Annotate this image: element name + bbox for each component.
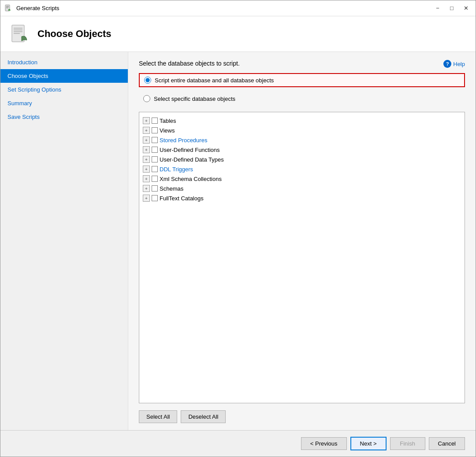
tree-button-row: Select All Deselect All: [128, 403, 476, 430]
label-ddl-triggers: DDL Triggers: [160, 166, 193, 173]
tree-item-schemas[interactable]: + Schemas: [141, 184, 463, 193]
header-icon: [9, 23, 30, 44]
checkbox-ddl-triggers[interactable]: [152, 166, 158, 172]
sidebar-item-choose-objects[interactable]: Choose Objects: [0, 69, 128, 83]
radio-select-specific-input[interactable]: [143, 95, 150, 102]
title-bar-controls: − □ ✕: [431, 4, 472, 13]
cancel-button[interactable]: Cancel: [429, 437, 465, 450]
radio-section: Script entire database and all database …: [128, 73, 476, 112]
previous-button[interactable]: < Previous: [301, 437, 347, 450]
app-icon: [4, 4, 13, 13]
finish-button[interactable]: Finish: [390, 437, 425, 450]
tree-item-xml-schema[interactable]: + Xml Schema Collections: [141, 174, 463, 184]
radio-script-entire-label: Script entire database and all database …: [155, 77, 274, 84]
title-bar-left: Generate Scripts: [4, 4, 60, 13]
label-udf: User-Defined Functions: [160, 147, 220, 153]
tree-item-fulltext-catalogs[interactable]: + FullText Catalogs: [141, 193, 463, 203]
checkbox-xml-schema[interactable]: [152, 176, 158, 182]
radio-select-specific[interactable]: Select specific database objects: [139, 92, 465, 105]
checkbox-views[interactable]: [152, 127, 158, 133]
label-xml-schema: Xml Schema Collections: [160, 176, 222, 182]
checkbox-uddt[interactable]: [152, 156, 158, 162]
label-fulltext-catalogs: FullText Catalogs: [160, 195, 204, 202]
radio-script-entire-input[interactable]: [144, 77, 151, 84]
minimize-button[interactable]: −: [431, 4, 444, 13]
expand-ddl-triggers[interactable]: +: [143, 166, 150, 173]
radio-script-entire[interactable]: Script entire database and all database …: [139, 73, 465, 87]
title-bar: Generate Scripts − □ ✕: [0, 0, 476, 16]
expand-fulltext-catalogs[interactable]: +: [143, 195, 150, 202]
checkbox-stored-procedures[interactable]: [152, 137, 158, 143]
help-icon: ?: [443, 60, 451, 68]
tree-item-uddt[interactable]: + User-Defined Data Types: [141, 155, 463, 164]
tree-item-ddl-triggers[interactable]: + DDL Triggers: [141, 164, 463, 174]
next-button[interactable]: Next >: [350, 437, 387, 450]
label-uddt: User-Defined Data Types: [160, 156, 224, 163]
page-title: Choose Objects: [37, 28, 111, 40]
sidebar-item-summary[interactable]: Summary: [0, 96, 128, 110]
expand-udf[interactable]: +: [143, 146, 150, 153]
expand-xml-schema[interactable]: +: [143, 175, 150, 182]
label-tables: Tables: [160, 118, 176, 124]
checkbox-fulltext-catalogs[interactable]: [152, 195, 158, 201]
radio-select-specific-label: Select specific database objects: [154, 96, 235, 102]
expand-schemas[interactable]: +: [143, 185, 150, 192]
window-title: Generate Scripts: [16, 5, 60, 11]
main-panel: Select the database objects to script. ?…: [128, 52, 476, 430]
close-button[interactable]: ✕: [460, 4, 472, 13]
content-area: Introduction Choose Objects Set Scriptin…: [0, 52, 476, 430]
sidebar-item-introduction[interactable]: Introduction: [0, 55, 128, 69]
expand-stored-procedures[interactable]: +: [143, 136, 150, 144]
tree-item-udf[interactable]: + User-Defined Functions: [141, 145, 463, 155]
deselect-all-button[interactable]: Deselect All: [181, 410, 226, 423]
object-tree: + Tables + Views + Stored Procedures +: [139, 112, 465, 403]
checkbox-schemas[interactable]: [152, 185, 158, 192]
sidebar-item-save-scripts[interactable]: Save Scripts: [0, 110, 128, 124]
page-header: Choose Objects: [0, 16, 476, 52]
sidebar-item-set-scripting-options[interactable]: Set Scripting Options: [0, 83, 128, 96]
label-stored-procedures: Stored Procedures: [160, 137, 207, 144]
checkbox-tables[interactable]: [152, 118, 158, 124]
restore-button[interactable]: □: [446, 4, 458, 13]
main-instruction: Select the database objects to script.: [139, 60, 240, 67]
main-window: Generate Scripts − □ ✕ Choose Objects In…: [0, 0, 476, 457]
help-link[interactable]: ? Help: [443, 60, 465, 68]
footer: < Previous Next > Finish Cancel: [0, 430, 476, 457]
help-label: Help: [453, 61, 465, 67]
expand-tables[interactable]: +: [143, 117, 150, 124]
checkbox-udf[interactable]: [152, 147, 158, 153]
sidebar: Introduction Choose Objects Set Scriptin…: [0, 52, 128, 430]
tree-item-tables[interactable]: + Tables: [141, 116, 463, 125]
label-schemas: Schemas: [160, 185, 183, 192]
tree-item-views[interactable]: + Views: [141, 125, 463, 135]
main-header: Select the database objects to script. ?…: [128, 52, 476, 73]
tree-item-stored-procedures[interactable]: + Stored Procedures: [141, 135, 463, 145]
expand-views[interactable]: +: [143, 127, 150, 134]
select-all-button[interactable]: Select All: [139, 410, 177, 423]
label-views: Views: [160, 127, 175, 134]
expand-uddt[interactable]: +: [143, 156, 150, 163]
